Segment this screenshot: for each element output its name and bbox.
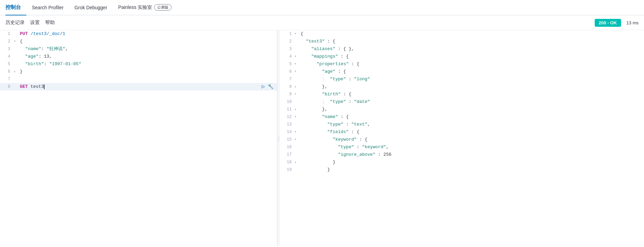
output-line-18: 18 ▴ } — [280, 158, 644, 166]
fold-icon-1[interactable] — [14, 30, 18, 38]
output-line-12: 12 ▾ "name" : { — [280, 113, 644, 121]
main-area: 1 PUT /test3/_doc/1 2 ▾ { 3 "name": "狂神说… — [0, 30, 644, 246]
line-content-8[interactable]: GET test3 — [18, 83, 262, 91]
line-content-5[interactable]: "birth": "1997-01-05" — [18, 60, 277, 68]
line-content-2[interactable]: { — [18, 38, 277, 45]
editor-line-6: 6 ▴ } — [0, 68, 277, 75]
output-line-1: 1 ▾ { — [280, 30, 644, 38]
help-button[interactable]: 帮助 — [45, 18, 55, 27]
fold-icon-7 — [14, 75, 18, 83]
line-content-1[interactable]: PUT /test3/_doc/1 — [18, 30, 277, 38]
fold-icon-8 — [14, 83, 18, 91]
line-number-3: 3 — [0, 45, 14, 53]
fold-icon-6[interactable]: ▴ — [14, 68, 18, 75]
top-navigation: 控制台 Search Profiler Grok Debugger Painle… — [0, 0, 644, 15]
output-line-17: 17 "ignore_above" : 256 — [280, 151, 644, 158]
output-pane: 1 ▾ { 2 "test3" : { 3 "aliases" : { }, 4… — [280, 30, 644, 246]
line-number-2: 2 — [0, 38, 14, 45]
output-line-14: 14 ▾ "fields" : { — [280, 128, 644, 136]
output-line-11: 11 ▴ }, — [280, 106, 644, 113]
code-editor[interactable]: 1 PUT /test3/_doc/1 2 ▾ { 3 "name": "狂神说… — [0, 30, 277, 246]
output-line-16: 16 "type" : "keyword", — [280, 143, 644, 151]
fold-icon-5 — [14, 60, 18, 68]
output-line-5: 5 ▾ "properties" : { — [280, 60, 644, 68]
editor-line-7: 7 — [0, 75, 277, 83]
output-line-19: 19 } — [280, 166, 644, 174]
nav-item-console[interactable]: 控制台 — [5, 0, 26, 15]
line-number-8: 8 — [0, 83, 14, 91]
output-line-6: 6 ▾ "age" : { — [280, 68, 644, 75]
timing-display: 13 ms — [627, 20, 639, 25]
line-content-4[interactable]: "age": 13, — [18, 53, 277, 60]
output-line-7: 7 | "type" : "long" — [280, 75, 644, 83]
run-button[interactable]: ▷ — [262, 83, 265, 91]
output-line-10: 10 | "type" : "date" — [280, 98, 644, 106]
editor-line-1: 1 PUT /test3/_doc/1 — [0, 30, 277, 38]
editor-line-4: 4 "age": 13, — [0, 53, 277, 60]
fold-icon-2[interactable]: ▾ — [14, 38, 18, 45]
nav-item-grok-debugger[interactable]: Grok Debugger — [69, 0, 113, 15]
line-content-7[interactable] — [18, 75, 277, 83]
editor-pane[interactable]: 1 PUT /test3/_doc/1 2 ▾ { 3 "name": "狂神说… — [0, 30, 277, 246]
editor-line-5: 5 "birth": "1997-01-05" — [0, 60, 277, 68]
pane-divider[interactable]: ⋮ — [277, 30, 280, 246]
editor-line-3: 3 "name": "狂神说", — [0, 45, 277, 53]
toolbar: 历史记录 设置 帮助 200 - OK 13 ms — [0, 15, 644, 30]
history-button[interactable]: 历史记录 — [5, 18, 25, 27]
output-line-4: 4 ▾ "mappings" : { — [280, 53, 644, 60]
line-content-6[interactable]: } — [18, 68, 277, 75]
settings-button[interactable]: 设置 — [30, 18, 40, 27]
line-actions-8: ▷ 🔧 — [262, 83, 277, 91]
output-line-3: 3 "aliases" : { }, — [280, 45, 644, 53]
line-number-7: 7 — [0, 75, 14, 83]
editor-line-2: 2 ▾ { — [0, 38, 277, 45]
line-content-3[interactable]: "name": "狂神说", — [18, 45, 277, 53]
status-badge: 200 - OK — [595, 19, 621, 27]
fold-icon-4 — [14, 53, 18, 60]
output-line-2: 2 "test3" : { — [280, 38, 644, 45]
line-number-1: 1 — [0, 30, 14, 38]
output-line-15: 15 ▾ "keyword" : { — [280, 136, 644, 143]
line-number-4: 4 — [0, 53, 14, 60]
output-line-9: 9 ▾ "birth" : { — [280, 91, 644, 98]
nav-item-painless-lab[interactable]: Painless 实验室 公测版 — [113, 0, 177, 15]
output-line-8: 8 ▴ }, — [280, 83, 644, 91]
line-number-5: 5 — [0, 60, 14, 68]
nav-item-search-profiler[interactable]: Search Profiler — [26, 0, 69, 15]
beta-badge: 公测版 — [154, 4, 172, 11]
fold-icon-3 — [14, 45, 18, 53]
wrench-icon[interactable]: 🔧 — [268, 83, 274, 91]
output-line-13: 13 "type" : "text", — [280, 121, 644, 128]
editor-line-8: 8 GET test3 ▷ 🔧 — [0, 83, 277, 91]
line-number-6: 6 — [0, 68, 14, 75]
